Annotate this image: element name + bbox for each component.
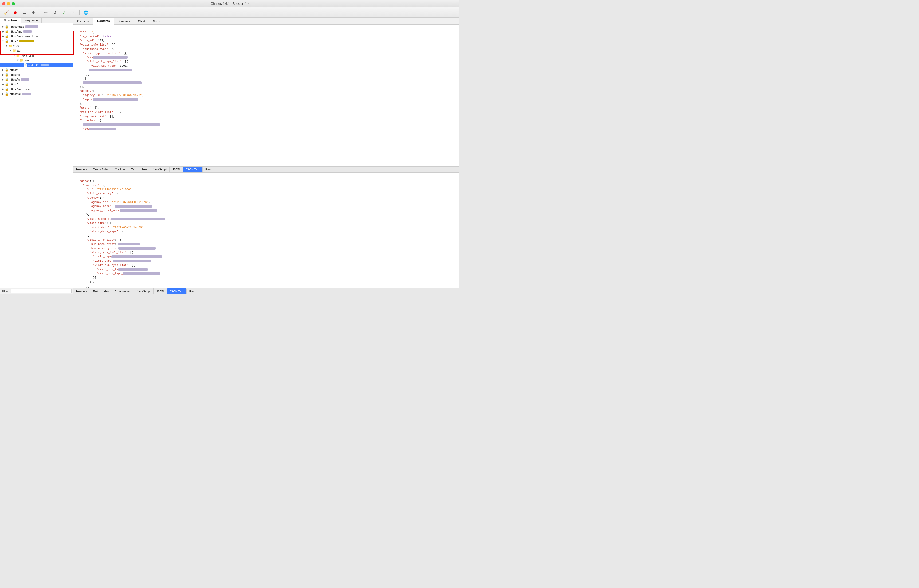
json-line: "visit_sub_ty xyxy=(76,268,457,272)
lock-icon: 🔒 xyxy=(5,30,9,33)
right-panel: Overview Contents Summary Chart Notes { … xyxy=(73,18,459,294)
tab-overview[interactable]: Overview xyxy=(73,18,94,24)
request-area[interactable]: { "data": { "for_list": { "id": "7111946… xyxy=(73,173,459,288)
list-item[interactable]: ▶ 🔒 https://gate xyxy=(0,24,73,29)
sub-tab-cookies[interactable]: Cookies xyxy=(112,167,128,172)
json-line: "data": { xyxy=(76,179,457,184)
list-item[interactable]: ▶ 🔒 https://s xyxy=(0,77,73,82)
sub-tab-javascript[interactable]: JavaScript xyxy=(150,167,170,172)
collapse-arrow: ▼ xyxy=(1,40,5,42)
tree-label: visit xyxy=(24,59,30,62)
req-sub-tab-headers[interactable]: Headers xyxy=(73,288,90,294)
json-line: "visit_sub_type_list": [{ xyxy=(76,60,457,64)
list-item[interactable]: ▼ 🔒 https:// xyxy=(0,39,73,44)
json-line: { xyxy=(76,26,457,31)
list-item[interactable]: ▼ 📁 api xyxy=(0,48,73,53)
json-line: "image_uri_list": [], xyxy=(76,115,457,119)
broom-icon[interactable]: 🧹 xyxy=(3,9,10,16)
file-icon: 📄 xyxy=(23,63,28,67)
response-area[interactable]: { "id": "", "is_checked": false, "city_i… xyxy=(73,24,459,166)
collapse-arrow: ▼ xyxy=(12,54,16,57)
json-line: "visit_category": 1, xyxy=(76,192,457,196)
tab-structure[interactable]: Structure xyxy=(0,18,21,23)
json-line xyxy=(76,81,457,85)
json-line: "business_type_st xyxy=(76,247,457,251)
lock-icon: 🔒 xyxy=(5,92,9,96)
window-controls[interactable] xyxy=(2,2,15,5)
req-sub-tab-raw[interactable]: Raw xyxy=(186,288,198,294)
response-sub-tabs: Headers Query String Cookies Text Hex Ja… xyxy=(73,166,459,172)
req-sub-tab-json-text[interactable]: JSON Text xyxy=(167,288,186,294)
collapse-arrow: ▶ xyxy=(1,92,5,95)
sub-tab-headers[interactable]: Headers xyxy=(73,167,90,172)
pencil-icon[interactable]: ✏ xyxy=(42,9,49,16)
json-line xyxy=(76,123,457,127)
req-sub-tab-text[interactable]: Text xyxy=(90,288,101,294)
settings-icon[interactable]: ⚙ xyxy=(30,9,37,16)
blurred-value xyxy=(23,30,31,33)
lock-icon: 🔒 xyxy=(5,39,9,43)
maximize-button[interactable] xyxy=(12,2,15,5)
json-line: "agency": { xyxy=(76,89,457,94)
sub-tab-hex[interactable]: Hex xyxy=(139,167,150,172)
json-line: }], xyxy=(76,280,457,284)
blurred-badge xyxy=(22,92,31,95)
tree-label: https://mc xyxy=(10,30,23,33)
collapse-arrow: ▶ xyxy=(1,35,5,38)
lock-icon: 🔒 xyxy=(5,73,9,77)
list-item[interactable]: ▶ 🔒 https://p xyxy=(0,72,73,77)
tab-chart[interactable]: Chart xyxy=(134,18,149,24)
minimize-button[interactable] xyxy=(7,2,10,5)
tree-label: https:// xyxy=(10,83,18,86)
list-item[interactable]: ▶ 🔒 https://sl xyxy=(0,92,73,96)
left-panel-tabs: Structure Sequence xyxy=(0,18,73,23)
tree-label: instant?t xyxy=(28,63,39,67)
filter-input[interactable] xyxy=(11,289,72,294)
list-item[interactable]: ▼ 📁 f100 xyxy=(0,44,73,48)
arrow-right-icon[interactable]: → xyxy=(70,9,77,16)
check-icon[interactable]: ✓ xyxy=(61,9,68,16)
list-item[interactable]: ▶ 🔒 https://mcs.snssdk.com xyxy=(0,34,73,39)
list-item[interactable]: ▶ 🔒 https://m .com xyxy=(0,87,73,92)
json-line: { xyxy=(76,175,457,179)
tab-notes[interactable]: Notes xyxy=(149,18,164,24)
json-line: }] xyxy=(76,276,457,280)
req-sub-tab-javascript[interactable]: JavaScript xyxy=(134,288,154,294)
json-line: "visit_info_list": [{ xyxy=(76,43,457,47)
json-line: "realtor_visit_list": [], xyxy=(76,110,457,115)
main-toolbar: 🧹 ⏺ ☁ ⚙ ✏ ↺ ✓ → 🌐 xyxy=(0,8,459,18)
json-line: }] xyxy=(76,72,457,77)
json-line: "agency": { xyxy=(76,196,457,200)
req-sub-tab-json[interactable]: JSON xyxy=(154,288,167,294)
json-line: "visit_sub_type_ xyxy=(76,271,457,276)
list-item[interactable]: ▼ 📁 visit xyxy=(0,58,73,63)
json-line: "id": "711194689362146103​6", xyxy=(76,187,457,192)
tree-label: https://s xyxy=(10,78,20,81)
sub-tab-json[interactable]: JSON xyxy=(170,167,183,172)
folder-icon: 📁 xyxy=(8,44,13,48)
folder-icon: 📁 xyxy=(16,53,20,57)
sub-tab-text[interactable]: Text xyxy=(128,167,139,172)
list-item[interactable]: ▼ 📁 nova_crm xyxy=(0,53,73,58)
json-line: "visit_type xyxy=(76,255,457,259)
req-sub-tab-hex[interactable]: Hex xyxy=(101,288,112,294)
sub-tab-query-string[interactable]: Query String xyxy=(90,167,112,172)
list-item[interactable]: ▶ 🔒 https:// xyxy=(0,82,73,87)
list-item[interactable]: ▶ 🔒 https://mc xyxy=(0,29,73,34)
collapse-arrow: ▶ xyxy=(1,78,5,81)
refresh-icon[interactable]: ↺ xyxy=(52,9,58,16)
globe-icon[interactable]: 🌐 xyxy=(82,9,89,16)
close-button[interactable] xyxy=(2,2,5,5)
sub-tab-json-text[interactable]: JSON Text xyxy=(183,167,203,172)
list-item[interactable]: ▶ 🔒 https:// xyxy=(0,68,73,72)
record-button[interactable]: ⏺ xyxy=(12,9,19,16)
json-line xyxy=(76,68,457,73)
list-item[interactable]: 📄 instant?t xyxy=(0,63,73,68)
tab-contents[interactable]: Contents xyxy=(94,18,114,24)
sub-tab-raw[interactable]: Raw xyxy=(203,167,214,172)
tab-sequence[interactable]: Sequence xyxy=(21,18,42,23)
tab-summary[interactable]: Summary xyxy=(114,18,134,24)
collapse-arrow: ▶ xyxy=(1,83,5,86)
req-sub-tab-compressed[interactable]: Compressed xyxy=(112,288,134,294)
cloud-icon[interactable]: ☁ xyxy=(21,9,28,16)
